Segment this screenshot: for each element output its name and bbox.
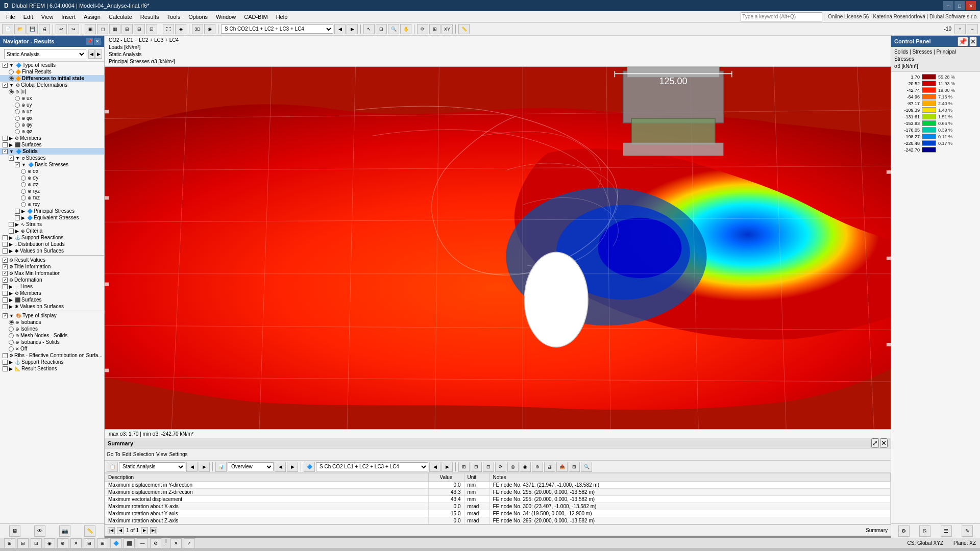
nf-screen-button[interactable]: 🖥 (9, 525, 20, 537)
tree-item-ux[interactable]: ⊕ ux (0, 95, 104, 102)
checkbox-members[interactable] (3, 136, 8, 141)
radio-tau-yz[interactable] (21, 189, 26, 194)
nav-next-button[interactable]: ▶ (95, 49, 102, 59)
tb-sum-7[interactable]: ⊕ (532, 462, 543, 472)
nav-analysis-dropdown[interactable]: Static Analysis (4, 49, 86, 59)
menu-help[interactable]: Help (272, 13, 292, 21)
checkbox-equiv[interactable] (15, 215, 20, 220)
rp-settings-button[interactable]: ⚙ (898, 525, 910, 537)
tb-btn-1[interactable]: ▣ (85, 24, 96, 34)
tree-item-deformation[interactable]: ✓ ⚙ Deformation (0, 277, 104, 283)
radio-isolines[interactable] (9, 327, 14, 332)
menu-cadbim[interactable]: CAD-BIM (240, 13, 272, 21)
checkbox-val-surfaces[interactable] (3, 248, 8, 254)
tree-item-type-display[interactable]: ✓ ▼ 🎨 Type of display (0, 312, 104, 319)
summary-close-button[interactable]: ✕ (880, 438, 888, 448)
tree-item-phi-x[interactable]: ⊕ φx (0, 115, 104, 121)
tb-btn-2[interactable]: ◻ (97, 24, 108, 34)
summary-view[interactable]: View (156, 452, 167, 457)
tb-sum-5[interactable]: ◎ (507, 462, 519, 472)
checkbox-dist-loads[interactable] (3, 242, 8, 247)
radio-phi-z[interactable] (15, 129, 20, 134)
summary-goto[interactable]: Go To (107, 452, 120, 457)
sb-btn-8[interactable]: ⊞ (97, 538, 108, 548)
summary-ov-prev-button[interactable]: ◀ (275, 462, 286, 472)
load-case-combo[interactable]: S Ch CO2 LC1 + LC2 + LC3 + LC4 (221, 24, 333, 34)
rp-copy-button[interactable]: ⎘ (919, 525, 930, 537)
nf-ruler-button[interactable]: 📏 (84, 525, 95, 537)
tree-item-tau-xz[interactable]: ⊕ τxz (0, 194, 104, 201)
checkbox-support-reactions[interactable] (3, 235, 8, 240)
tree-item-val-surfaces2[interactable]: ▶ ✱ Values on Surfaces (0, 303, 104, 310)
menu-options[interactable]: Options (184, 13, 212, 21)
tree-item-sigma-x[interactable]: ⊕ σx (0, 168, 104, 174)
tree-item-distribution-loads[interactable]: ▶ ↓ Distribution of Loads (0, 241, 104, 247)
sf-first-button[interactable]: |◀ (108, 527, 115, 534)
tree-item-sigma-z[interactable]: ⊕ σz (0, 181, 104, 188)
summary-ov-next-button[interactable]: ▶ (287, 462, 298, 472)
tree-item-phi-y[interactable]: ⊕ φy (0, 121, 104, 128)
sb-btn-14[interactable]: ✓ (184, 538, 195, 548)
keyword-search[interactable] (741, 12, 822, 21)
tb-sum-6[interactable]: ◉ (520, 462, 531, 472)
checkbox-val-surfaces2[interactable] (3, 304, 8, 309)
tree-item-criteria[interactable]: ▶ ⊕ Criteria (0, 228, 104, 234)
undo-button[interactable]: ↩ (56, 24, 67, 34)
rp-pin-button[interactable]: 📌 (958, 37, 968, 46)
tb-zoom-in[interactable]: + (954, 24, 966, 34)
menu-window[interactable]: Window (212, 13, 240, 21)
tb-zoom[interactable]: 🔍 (388, 24, 399, 34)
summary-case-prev[interactable]: ◀ (429, 462, 440, 472)
sb-btn-4[interactable]: ◉ (44, 538, 55, 548)
checkbox-lines[interactable] (3, 284, 8, 289)
tree-item-title-info[interactable]: ✓ ⚙ Title Information (0, 263, 104, 270)
nf-camera-button[interactable]: 📷 (59, 525, 70, 537)
tree-item-values-surfaces[interactable]: ▶ ✱ Values on Surfaces (0, 247, 104, 254)
expand-icon-type-of-results[interactable]: ▼ (9, 63, 14, 68)
menu-calculate[interactable]: Calculate (105, 13, 136, 21)
tb-measure[interactable]: 📏 (458, 24, 470, 34)
print-button[interactable]: 🖨 (39, 24, 50, 34)
tb-select[interactable]: ⊡ (376, 24, 387, 34)
sb-btn-5[interactable]: ⊕ (57, 538, 68, 548)
checkbox-criteria[interactable] (9, 229, 14, 234)
checkbox-type-display[interactable]: ✓ (3, 313, 8, 318)
sb-btn-1[interactable]: ⊞ (4, 538, 15, 548)
checkbox-global-def[interactable]: ✓ (3, 83, 8, 88)
checkbox-solids[interactable]: ✓ (3, 149, 8, 154)
sf-last-button[interactable]: ▶| (150, 527, 157, 534)
tb-rotate[interactable]: ⟳ (417, 24, 428, 34)
tree-item-surfaces2[interactable]: ▶ ⬛ Surfaces (0, 296, 104, 303)
radio-uy[interactable] (15, 103, 20, 108)
tree-item-differences[interactable]: 🔶 Differences to initial state (0, 75, 104, 82)
sb-btn-9[interactable]: 🔷 (110, 538, 121, 548)
checkbox-maxmin-info[interactable]: ✓ (3, 271, 8, 276)
checkbox-ribs[interactable] (3, 353, 8, 358)
tree-item-uy[interactable]: ⊕ uy (0, 102, 104, 108)
sb-btn-12[interactable]: ⚙ (150, 538, 161, 548)
summary-prev-button[interactable]: ◀ (186, 462, 198, 472)
tree-item-lines[interactable]: ▶ — Lines (0, 283, 104, 290)
tree-item-isobands-solids[interactable]: ⊕ Isobands - Solids (0, 339, 104, 345)
tb-btn-3[interactable]: ▦ (109, 24, 120, 34)
radio-off[interactable] (9, 346, 14, 352)
tree-item-maxmin-info[interactable]: ✓ ⚙ Max Min Information (0, 270, 104, 277)
new-button[interactable]: 📄 (2, 24, 13, 34)
summary-next-button[interactable]: ▶ (199, 462, 210, 472)
menu-view[interactable]: View (37, 13, 58, 21)
tree-item-solids[interactable]: ✓ ▼ 🔷 Solids (0, 148, 104, 155)
summary-overview-icon[interactable]: 📊 (215, 462, 227, 472)
tree-item-isobands[interactable]: ⊕ Isobands (0, 319, 104, 325)
summary-analysis-combo[interactable]: Static Analysis (119, 462, 185, 471)
tb-btn-7[interactable]: ⛶ (163, 24, 174, 34)
checkbox-surfaces2[interactable] (3, 297, 8, 303)
tree-item-tau-yz[interactable]: ⊕ τyz (0, 188, 104, 194)
tb-zoom-out[interactable]: − (967, 24, 978, 34)
radio-final-results[interactable] (9, 69, 14, 74)
tb-sum-2[interactable]: ⊟ (471, 462, 482, 472)
radio-uz[interactable] (15, 109, 20, 114)
checkbox-basic-stress[interactable]: ✓ (15, 162, 20, 167)
checkbox-members2[interactable] (3, 291, 8, 296)
tb-view-3d[interactable]: 3D (192, 24, 203, 34)
menu-results[interactable]: Results (136, 13, 163, 21)
